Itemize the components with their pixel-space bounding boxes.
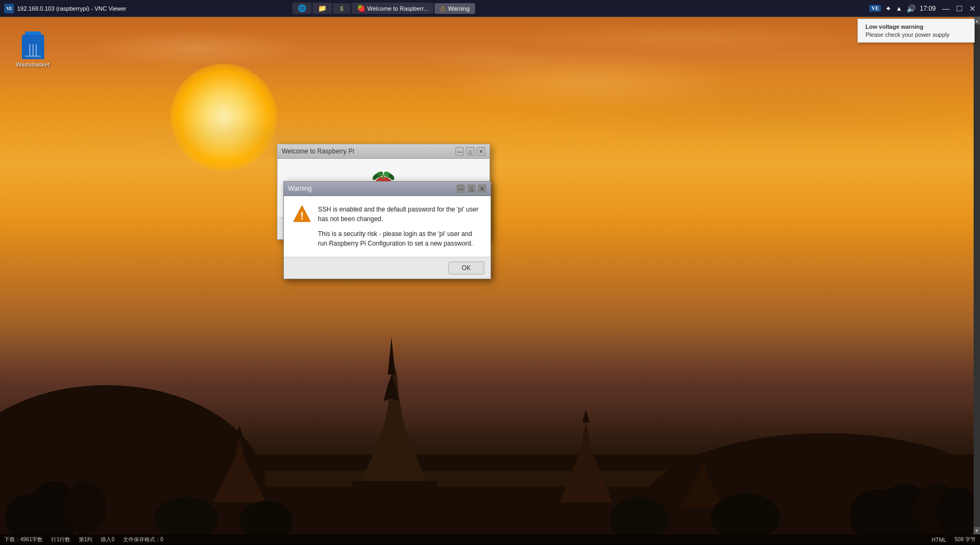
status-lines: 行1行数 (51, 536, 70, 543)
svg-marker-3 (388, 337, 395, 375)
svg-rect-1 (0, 470, 980, 486)
raspberry-icon: 🍓 (357, 4, 365, 12)
titlebar: VE 192.168.0.103 (raspberrypi) - VNC Vie… (0, 0, 980, 17)
warning-close-button[interactable]: ✕ (478, 184, 486, 193)
warning-dialog-title: Warning (288, 185, 312, 192)
tab-warning[interactable]: ⚠ Warning (435, 3, 475, 14)
tab-raspberry[interactable]: 🍓 Welcome to Raspberr... (352, 3, 434, 14)
wastebasket-icon[interactable]: Wastebasket (16, 35, 50, 68)
clock: 17:09 (920, 5, 936, 12)
svg-text:!: ! (300, 210, 304, 222)
status-insert: 插入0 (101, 536, 115, 543)
titlebar-controls: VE ✦ ▲ 🔊 17:09 — ☐ ✕ (869, 4, 976, 13)
taskbar-tabs: 🌐 📁 $ 🍓 Welcome to Raspberr... ⚠ Warning (292, 3, 869, 14)
minimize-button[interactable]: — (942, 4, 950, 13)
warning-maximize-button[interactable]: △ (467, 184, 476, 193)
welcome-dialog-title: Welcome to Raspberry Pi (282, 148, 354, 155)
status-save: 文件保存格式：0 (123, 536, 164, 543)
notification-popup: Low voltage warning Please check your po… (858, 19, 975, 43)
window-title: 192.168.0.103 (raspberrypi) - VNC Viewer (17, 5, 126, 12)
svg-point-19 (711, 493, 780, 534)
svg-rect-4 (352, 481, 437, 497)
warning-minimize-button[interactable]: — (456, 184, 465, 193)
vnc-icon: VE (4, 4, 14, 13)
restore-button[interactable]: ☐ (956, 4, 963, 13)
svg-point-12 (879, 484, 932, 534)
welcome-maximize-button[interactable]: △ (466, 147, 475, 156)
svg-rect-36 (382, 175, 385, 179)
close-button[interactable]: ✕ (969, 4, 976, 13)
bluetooth-icon[interactable]: ✦ (885, 4, 892, 13)
svg-point-17 (240, 501, 293, 534)
scroll-track (974, 25, 980, 527)
temple-overlay (0, 321, 980, 534)
warning-dialog-titlebar: Warning — △ ✕ (284, 182, 491, 196)
svg-point-14 (850, 489, 908, 534)
welcome-dialog-titlebar: Welcome to Raspberry Pi — △ ✕ (277, 144, 489, 159)
warning-message-container: SSH is enabled and the default password … (318, 205, 482, 248)
ve-badge: VE (869, 5, 881, 12)
temple-silhouette (0, 268, 980, 534)
desktop: VE 192.168.0.103 (raspberrypi) - VNC Vie… (0, 0, 980, 545)
folder-icon: 📁 (318, 4, 326, 12)
svg-point-16 (154, 497, 218, 534)
svg-marker-6 (582, 409, 590, 422)
svg-point-2 (0, 385, 266, 534)
status-chars: 下载：4961字数 (4, 536, 43, 543)
warning-dialog-footer: OK (284, 257, 491, 279)
status-col: 第1列 (79, 536, 93, 543)
welcome-close-button[interactable]: ✕ (477, 147, 485, 156)
svg-point-7 (639, 433, 980, 534)
svg-marker-5 (236, 425, 243, 438)
volume-icon[interactable]: 🔊 (907, 4, 916, 13)
svg-marker-8 (700, 452, 706, 460)
tab-warning-label: Warning (448, 5, 470, 12)
warning-tab-icon: ⚠ (440, 5, 446, 12)
globe-icon: 🌐 (298, 4, 306, 12)
clouds-overlay (0, 16, 980, 123)
ok-button[interactable]: OK (448, 262, 484, 274)
svg-point-9 (27, 481, 80, 534)
welcome-minimize-button[interactable]: — (455, 147, 464, 156)
warning-dialog-body: ! SSH is enabled and the default passwor… (284, 196, 491, 257)
wifi-icon[interactable]: ▲ (896, 5, 902, 12)
svg-point-11 (5, 494, 48, 534)
titlebar-left: VE 192.168.0.103 (raspberrypi) - VNC Vie… (4, 4, 292, 13)
right-scrollbar: ▲ ▼ (974, 17, 980, 534)
welcome-dialog-controls: — △ ✕ (455, 147, 485, 156)
notification-line1: Low voltage warning (865, 23, 967, 30)
terminal-icon: $ (338, 5, 345, 12)
svg-point-18 (610, 497, 668, 534)
tab-raspberry-label: Welcome to Raspberr... (368, 5, 429, 12)
status-format: HTML (932, 537, 946, 543)
wastebasket-image (22, 35, 44, 59)
tab-terminal[interactable]: $ (333, 3, 350, 14)
system-tray: VE ✦ ▲ 🔊 17:09 (869, 4, 936, 13)
warning-triangle-icon: ! (292, 205, 312, 224)
svg-point-10 (64, 481, 107, 534)
tab-folder[interactable]: 📁 (313, 3, 332, 14)
tab-globe[interactable]: 🌐 (292, 3, 312, 14)
warning-message-line1: SSH is enabled and the default password … (318, 205, 482, 224)
svg-point-13 (913, 484, 961, 534)
warning-icon: ! (292, 205, 312, 226)
status-bytes: 508 字节 (955, 536, 976, 543)
statusbar: 下载：4961字数 行1行数 第1列 插入0 文件保存格式：0 HTML 508… (0, 534, 980, 545)
warning-message-line2: This is a security risk - please login a… (318, 229, 482, 248)
warning-dialog-controls: — △ ✕ (456, 184, 486, 193)
notification-line2: Please check your power supply (865, 31, 967, 38)
warning-dialog: Warning — △ ✕ ! SSH is enabled and the d… (283, 181, 491, 279)
scroll-down-arrow[interactable]: ▼ (974, 527, 980, 534)
wastebasket-label: Wastebasket (16, 61, 50, 68)
svg-rect-0 (0, 454, 980, 534)
